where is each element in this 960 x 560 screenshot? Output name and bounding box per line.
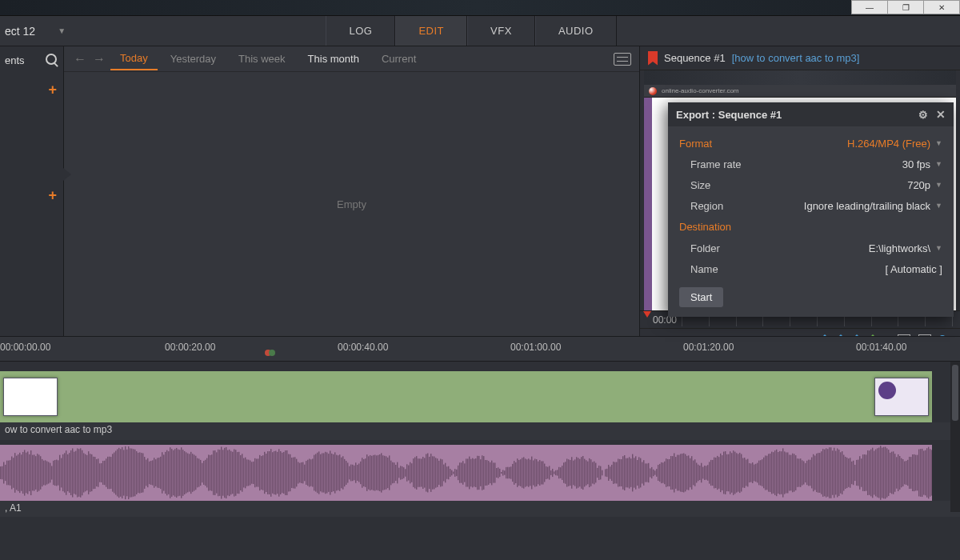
playhead-marker-icon[interactable]: [643, 311, 651, 318]
tab-audio[interactable]: AUDIO: [535, 16, 617, 46]
region-dropdown[interactable]: Ignore leading/trailing black▼: [804, 200, 942, 212]
svg-rect-457: [730, 451, 730, 494]
window-close-button[interactable]: ✕: [923, 0, 960, 14]
add-bin-button[interactable]: +: [48, 82, 57, 98]
window-minimize-button[interactable]: —: [851, 0, 888, 14]
panel-collapse-notch[interactable]: [63, 168, 71, 181]
filter-this-week[interactable]: This week: [229, 48, 295, 70]
svg-rect-309: [493, 462, 494, 482]
sequence-link[interactable]: [how to convert aac to mp3]: [732, 52, 860, 64]
svg-rect-556: [888, 450, 889, 496]
svg-rect-172: [274, 451, 274, 494]
svg-rect-330: [526, 459, 527, 486]
svg-rect-333: [531, 457, 532, 490]
svg-rect-27: [42, 459, 42, 486]
close-icon[interactable]: ✕: [936, 108, 946, 121]
svg-rect-492: [786, 452, 786, 493]
format-header: Format: [679, 133, 712, 154]
svg-rect-99: [157, 458, 158, 487]
svg-rect-474: [757, 463, 758, 483]
frame-rate-dropdown[interactable]: 30 fps▼: [902, 158, 942, 170]
svg-rect-337: [538, 462, 538, 485]
svg-rect-149: [237, 452, 238, 494]
window-maximize-button[interactable]: ❐: [887, 0, 924, 14]
svg-rect-541: [864, 454, 865, 491]
svg-rect-278: [443, 465, 444, 482]
folder-dropdown[interactable]: E:\lightworks\▼: [869, 242, 942, 254]
svg-rect-479: [765, 455, 766, 490]
svg-rect-366: [584, 459, 585, 487]
svg-rect-537: [858, 460, 858, 486]
svg-rect-214: [341, 458, 342, 489]
svg-rect-381: [608, 465, 609, 481]
svg-rect-461: [736, 453, 737, 492]
svg-rect-39: [61, 458, 62, 488]
timeline-ruler[interactable]: 00:00:00.00 00:00:20.00 00:00:40.00 00:0…: [0, 336, 960, 362]
svg-rect-470: [750, 463, 751, 482]
svg-rect-583: [931, 450, 932, 495]
svg-rect-224: [357, 465, 358, 481]
svg-rect-62: [98, 458, 98, 486]
tab-log[interactable]: LOG: [326, 16, 395, 46]
svg-rect-548: [875, 450, 876, 497]
bookmark-icon[interactable]: [648, 51, 658, 66]
view-mode-icon[interactable]: [614, 53, 631, 66]
filter-today[interactable]: Today: [110, 47, 158, 70]
tab-vfx[interactable]: VFX: [467, 16, 535, 46]
svg-rect-489: [781, 451, 782, 494]
svg-rect-356: [568, 459, 569, 486]
svg-rect-538: [859, 456, 860, 490]
svg-rect-290: [462, 461, 463, 485]
format-dropdown[interactable]: H.264/MP4 (Free)▼: [847, 138, 942, 150]
svg-rect-518: [827, 449, 828, 497]
svg-rect-190: [302, 462, 303, 484]
svg-rect-33: [51, 466, 52, 479]
svg-rect-389: [621, 459, 622, 486]
filter-this-month[interactable]: This month: [298, 48, 369, 70]
svg-rect-12: [18, 454, 18, 491]
start-button[interactable]: Start: [679, 287, 723, 307]
svg-rect-267: [426, 454, 426, 491]
bins-panel: ents + +: [0, 46, 64, 336]
svg-rect-121: [192, 454, 193, 492]
svg-rect-385: [614, 462, 615, 484]
project-selector[interactable]: ect 12 ▼: [0, 16, 78, 46]
svg-rect-486: [776, 450, 777, 496]
tab-edit[interactable]: EDIT: [395, 16, 467, 46]
nav-back-icon[interactable]: ←: [72, 52, 88, 66]
video-track[interactable]: [0, 371, 932, 422]
nav-forward-icon[interactable]: →: [91, 52, 107, 66]
timeline-scrollbar[interactable]: [950, 362, 960, 512]
svg-rect-22: [34, 454, 34, 490]
svg-rect-195: [310, 459, 311, 486]
svg-rect-435: [694, 459, 695, 486]
name-field[interactable]: [ Automatic ]: [885, 263, 942, 275]
svg-rect-250: [398, 468, 399, 478]
chevron-down-icon: ▼: [58, 26, 66, 35]
export-titlebar[interactable]: Export : Sequence #1 ⚙ ✕: [668, 102, 954, 126]
filter-yesterday[interactable]: Yesterday: [161, 48, 226, 70]
svg-rect-56: [88, 451, 89, 494]
size-dropdown[interactable]: 720p▼: [907, 179, 942, 191]
scrollbar-thumb[interactable]: [952, 365, 958, 421]
svg-rect-522: [834, 448, 834, 498]
filter-current[interactable]: Current: [372, 48, 426, 70]
svg-rect-414: [661, 462, 662, 483]
svg-rect-269: [429, 457, 430, 489]
add-clip-button[interactable]: +: [48, 187, 57, 204]
svg-rect-303: [483, 456, 484, 490]
svg-rect-526: [840, 452, 841, 493]
svg-rect-158: [251, 462, 252, 483]
svg-rect-8: [11, 457, 12, 490]
svg-rect-574: [917, 455, 918, 491]
svg-rect-305: [486, 460, 487, 486]
svg-rect-252: [402, 466, 402, 479]
svg-rect-443: [707, 465, 708, 481]
audio-track[interactable]: [0, 445, 932, 501]
search-icon[interactable]: [46, 54, 57, 65]
playhead-indicator[interactable]: [265, 346, 275, 358]
svg-rect-225: [358, 463, 359, 482]
svg-rect-523: [835, 451, 836, 495]
svg-rect-154: [245, 458, 246, 489]
gear-icon[interactable]: ⚙: [918, 109, 928, 121]
